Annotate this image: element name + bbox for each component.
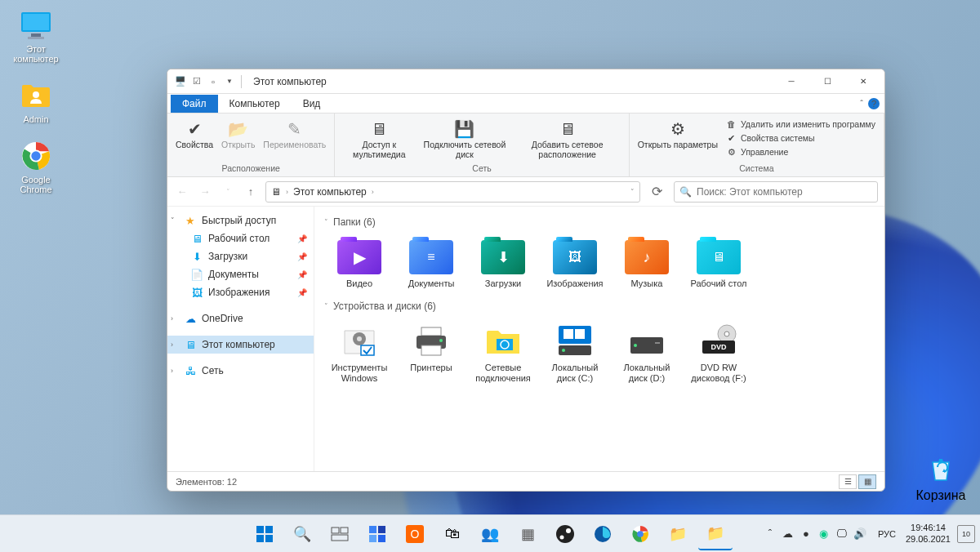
language-button[interactable]: РУС (875, 529, 899, 539)
dropdown-icon[interactable]: ▼ (223, 75, 236, 88)
forward-button[interactable]: → (197, 184, 213, 200)
maximize-button[interactable]: ☐ (809, 69, 845, 94)
sidebar-network[interactable]: ›🖧Сеть (167, 362, 314, 380)
sidebar-downloads[interactable]: ⬇Загрузки📌 (167, 247, 314, 265)
collapse-ribbon-icon[interactable]: ˆ (860, 99, 863, 109)
dvd-drive-icon: DVD (694, 322, 743, 361)
details-view-button[interactable]: ☰ (839, 474, 857, 489)
address-dropdown-icon[interactable]: ˅ (630, 188, 635, 196)
taskbar-teams[interactable]: 👥 (473, 518, 507, 550)
taskview-button[interactable] (323, 518, 357, 550)
search-button[interactable]: 🔍 (285, 518, 319, 550)
desktop-icon-chrome[interactable]: Google Chrome (7, 139, 65, 194)
map-drive-button[interactable]: 💾Подключить сетевой диск (420, 116, 509, 161)
address-bar[interactable]: 🖥 › Этот компьютер › ˅ (265, 181, 640, 203)
up-button[interactable]: ↑ (243, 184, 259, 200)
open-settings-button[interactable]: ⚙Открыть параметры (635, 116, 721, 152)
refresh-button[interactable]: ⟳ (647, 184, 667, 199)
search-input[interactable] (697, 186, 872, 198)
folder-pictures[interactable]: 🖼Изображения (540, 234, 610, 292)
breadcrumb-this-pc[interactable]: Этот компьютер (293, 186, 367, 198)
folder-documents[interactable]: ≡Документы (396, 234, 466, 292)
desktop-icon-recycle-bin[interactable]: Корзина (911, 452, 970, 503)
search-box[interactable]: 🔍 (674, 181, 878, 203)
taskbar-store[interactable]: 🛍 (435, 518, 470, 550)
sidebar-pictures[interactable]: 🖼Изображения📌 (167, 283, 314, 301)
media-access-button[interactable]: 🖥Доступ к мультимедиа (340, 116, 418, 161)
chevron-down-icon[interactable]: ˅ (171, 216, 179, 225)
cloud-tray-icon[interactable]: ☁ (780, 526, 796, 542)
recent-button[interactable]: ˅ (220, 184, 236, 200)
sidebar-desktop[interactable]: 🖥Рабочий стол📌 (167, 229, 314, 247)
taskbar-chrome[interactable] (623, 518, 657, 550)
svg-rect-32 (265, 535, 273, 542)
monitor-tray-icon[interactable]: 🖵 (834, 526, 850, 542)
notifications-button[interactable]: 10 (957, 525, 975, 543)
folder-desktop[interactable]: 🖥Рабочий стол (684, 234, 754, 292)
close-button[interactable]: ✕ (845, 69, 881, 94)
network-location-icon: 🖥 (555, 118, 580, 140)
svg-rect-34 (341, 528, 348, 533)
taskbar-app-3[interactable]: 📁 (661, 518, 695, 550)
group-title: Сеть (340, 163, 623, 175)
statusbar: Элементов: 12 ☰ ▦ (167, 471, 884, 491)
taskbar-steam[interactable] (548, 518, 582, 550)
desktop-icon-admin[interactable]: Admin (7, 78, 65, 124)
chevron-right-icon[interactable]: › (171, 314, 179, 323)
system-properties[interactable]: ✔Свойства системы (723, 131, 879, 145)
section-folders-header[interactable]: ˅Папки (6) (324, 216, 875, 228)
window-controls: ─ ☐ ✕ (773, 69, 881, 94)
properties-button[interactable]: ✔Свойства (172, 116, 216, 152)
item-printers[interactable]: Принтеры (396, 318, 466, 387)
checkbox-icon[interactable]: ☑ (190, 75, 203, 88)
taskbar-edge[interactable] (586, 518, 620, 550)
icons-view-button[interactable]: ▦ (858, 474, 876, 489)
item-windows-tools[interactable]: Инструменты Windows (324, 318, 394, 387)
folder-downloads[interactable]: ⬇Загрузки (468, 234, 538, 292)
edge-tray-icon[interactable]: ◉ (816, 526, 832, 542)
rename-button[interactable]: ✎Переименовать (260, 116, 329, 152)
folder-videos[interactable]: ▶Видео (324, 234, 394, 292)
steam-tray-icon[interactable]: ● (798, 526, 814, 542)
sidebar-documents[interactable]: 📄Документы📌 (167, 265, 314, 283)
tab-view[interactable]: Вид (292, 95, 332, 113)
chevron-right-icon[interactable]: › (286, 188, 288, 196)
manage[interactable]: ⚙Управление (723, 145, 879, 158)
folder-music[interactable]: ♪Музыка (612, 234, 682, 292)
sidebar-onedrive[interactable]: ›☁OneDrive (167, 309, 314, 327)
item-drive-d[interactable]: Локальный диск (D:) (612, 318, 682, 387)
item-dvd-drive[interactable]: DVDDVD RW дисковод (F:) (684, 318, 754, 387)
add-network-button[interactable]: 🖥Добавить сетевое расположение (511, 116, 624, 161)
start-button[interactable] (247, 518, 282, 550)
view-switcher: ☰ ▦ (839, 474, 876, 489)
sidebar-quick-access[interactable]: ˅★Быстрый доступ (167, 211, 314, 229)
item-drive-c[interactable]: Локальный диск (C:) (540, 318, 610, 387)
folders-grid: ▶Видео ≡Документы ⬇Загрузки 🖼Изображения… (324, 234, 875, 292)
minimize-button[interactable]: ─ (773, 69, 809, 94)
uninstall-programs[interactable]: 🗑Удалить или изменить программу (723, 118, 879, 131)
widgets-button[interactable] (360, 518, 394, 550)
clock[interactable]: 19:46:14 29.06.2021 (906, 523, 951, 544)
taskbar-app-2[interactable]: ▦ (510, 518, 545, 550)
tab-file[interactable]: Файл (171, 95, 218, 113)
chevron-right-icon[interactable]: › (171, 367, 179, 375)
tab-computer[interactable]: Компьютер (218, 95, 292, 113)
section-drives-header[interactable]: ˅Устройства и диски (6) (324, 300, 875, 312)
item-network-connections[interactable]: Сетевые подключения (468, 318, 538, 387)
volume-icon[interactable]: 🔊 (852, 526, 868, 542)
open-button[interactable]: 📂Открыть (218, 116, 258, 152)
taskbar-app-1[interactable]: O (398, 518, 432, 550)
chevron-up-icon[interactable]: ˆ (762, 526, 778, 542)
help-icon[interactable]: ? (868, 98, 880, 109)
desktop-icon-this-pc[interactable]: Этот компьютер (7, 8, 65, 64)
desktop-icon-label: Этот компьютер (7, 44, 65, 64)
sidebar-this-pc[interactable]: ›🖥Этот компьютер (167, 336, 314, 354)
titlebar[interactable]: 🖥️ ☑ ▫ ▼ Этот компьютер ─ ☐ ✕ (167, 69, 884, 94)
back-button[interactable]: ← (174, 184, 190, 200)
drive-c-icon (550, 322, 599, 361)
desktop-icon: 🖥 (190, 232, 203, 245)
taskbar-explorer[interactable]: 📁 (698, 518, 733, 550)
document-icon: 📄 (190, 268, 203, 281)
chevron-right-icon[interactable]: › (171, 341, 179, 349)
chevron-right-icon[interactable]: › (372, 188, 374, 196)
